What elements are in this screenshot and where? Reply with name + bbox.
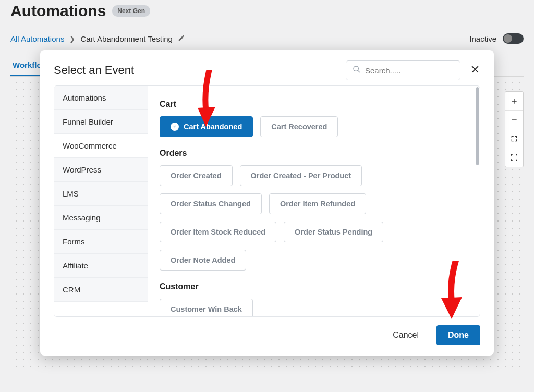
event-order-note-added[interactable]: Order Note Added <box>160 250 246 271</box>
event-order-created[interactable]: Order Created <box>160 165 233 186</box>
check-icon <box>171 123 179 131</box>
sidebar-item-affiliate[interactable]: Affiliate <box>54 254 148 278</box>
event-label: Order Status Changed <box>171 200 251 208</box>
sidebar-item-lms[interactable]: LMS <box>54 182 148 206</box>
event-customer-win-back[interactable]: Customer Win Back <box>160 299 253 316</box>
event-order-created-per-product[interactable]: Order Created - Per Product <box>240 165 362 186</box>
event-label: Order Note Added <box>171 256 235 264</box>
search-icon <box>353 65 361 76</box>
event-label: Order Item Stock Reduced <box>171 228 265 236</box>
sidebar-item-forms[interactable]: Forms <box>54 230 148 254</box>
scrollbar-thumb[interactable] <box>476 87 479 165</box>
event-label: Order Item Refunded <box>280 200 355 208</box>
sidebar-item-wordpress[interactable]: WordPress <box>54 158 148 182</box>
modal-title: Select an Event <box>54 64 134 77</box>
event-order-item-refunded[interactable]: Order Item Refunded <box>269 193 366 214</box>
sidebar-item-crm[interactable]: CRM <box>54 278 148 302</box>
close-button[interactable] <box>470 64 480 77</box>
event-order-status-changed[interactable]: Order Status Changed <box>160 193 262 214</box>
search-input[interactable] <box>365 66 454 75</box>
event-list: Cart Cart Abandoned Cart Recovered Order <box>148 86 480 316</box>
sidebar-item-woocommerce[interactable]: WooCommerce <box>54 134 148 158</box>
event-label: Cart Recovered <box>271 123 327 131</box>
sidebar-item-funnel-builder[interactable]: Funnel Builder <box>54 110 148 134</box>
section-title-cart: Cart <box>160 100 468 109</box>
search-input-wrap[interactable] <box>346 60 460 80</box>
event-label: Order Created - Per Product <box>251 172 351 180</box>
event-cart-recovered[interactable]: Cart Recovered <box>260 116 338 137</box>
select-event-modal: Select an Event Automations Funnel Build… <box>40 50 494 356</box>
event-order-item-stock-reduced[interactable]: Order Item Stock Reduced <box>160 222 276 242</box>
event-label: Cart Abandoned <box>184 123 242 131</box>
event-order-status-pending[interactable]: Order Status Pending <box>284 222 383 242</box>
event-label: Order Created <box>171 172 222 180</box>
sidebar-item-automations[interactable]: Automations <box>54 86 148 110</box>
section-title-orders: Orders <box>160 149 468 158</box>
category-sidebar: Automations Funnel Builder WooCommerce W… <box>54 86 148 316</box>
section-title-customer: Customer <box>160 282 468 291</box>
event-label: Order Status Pending <box>295 228 372 236</box>
event-cart-abandoned[interactable]: Cart Abandoned <box>160 116 253 137</box>
sidebar-item-messaging[interactable]: Messaging <box>54 206 148 230</box>
cancel-button[interactable]: Cancel <box>384 325 427 345</box>
event-label: Customer Win Back <box>171 305 242 313</box>
done-button[interactable]: Done <box>436 325 480 345</box>
